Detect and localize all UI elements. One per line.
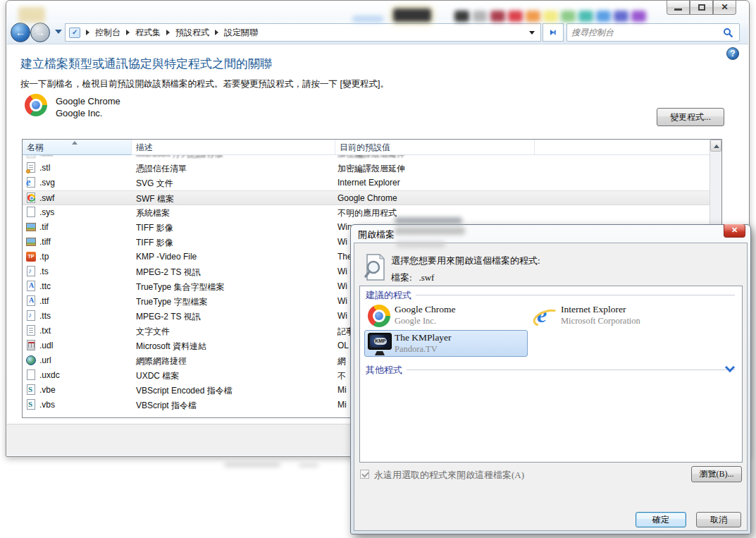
file-extension: .sys [39, 207, 54, 217]
refresh-icon [543, 24, 563, 41]
expand-other-programs-chevron-icon[interactable] [726, 364, 733, 371]
breadcrumb-item[interactable]: 程式集 [135, 27, 161, 39]
partially-scrolled-row[interactable]: .sst Microsoft 序列憑證存放 加密編譯殼層延伸 [23, 155, 709, 161]
breadcrumb-item[interactable]: 控制台 [95, 27, 120, 39]
table-row[interactable]: .sys系統檔案不明的應用程式 [23, 205, 709, 220]
forward-button[interactable]: → [30, 23, 50, 42]
back-button[interactable]: ← [11, 23, 30, 42]
chrome-file-icon [25, 192, 37, 204]
file-extension: .ttf [39, 296, 49, 306]
page-instruction: 按一下副檔名，檢視目前預設開啟該類檔案的程式。若要變更預設程式，請按一下 [變更… [20, 78, 389, 90]
file-extension: .uxdc [39, 370, 60, 380]
address-dropdown-icon[interactable] [529, 31, 535, 35]
table-row[interactable]: .stl憑證信任清單加密編譯殼層延伸 [23, 161, 709, 176]
screen: ✕ ← → 控制台程式集預設程式設定關聯 [0, 0, 756, 538]
table-row[interactable]: e.svgSVG 文件Internet Explorer [23, 176, 709, 190]
breadcrumb-separator-icon [86, 30, 89, 35]
file-extension: .udl [39, 341, 53, 350]
file-description: TIFF 影像 [136, 222, 173, 234]
column-header-name[interactable]: 名稱 [23, 140, 132, 155]
column-header-description[interactable]: 描述 [132, 140, 335, 155]
file-description: TIFF 影像 [136, 237, 173, 249]
media-file-icon: ♪ [25, 310, 37, 322]
program-item[interactable]: Google ChromeGoogle Inc. [364, 302, 528, 329]
file-default-program: 不 [337, 370, 346, 382]
scroll-up-button[interactable] [710, 140, 721, 152]
file-description: 系統檔案 [136, 207, 170, 219]
file-description: SVG 文件 [136, 178, 173, 190]
censored-blur [393, 8, 431, 22]
dialog-prompt: 選擇您想要用來開啟這個檔案的程式: [391, 255, 540, 267]
program-name: The KMPlayer [395, 332, 452, 343]
minimize-button[interactable] [667, 1, 690, 15]
censored-blur [526, 11, 540, 22]
censored-blur [395, 217, 462, 224]
maximize-button[interactable] [690, 1, 713, 15]
text-file-icon [25, 325, 37, 336]
program-vendor: Pandora.TV [395, 344, 438, 355]
censored-blur [490, 11, 505, 22]
file-description: MPEG-2 TS 視訊 [136, 311, 201, 323]
table-row[interactable]: .swfSWF 檔案Google Chrome [23, 190, 709, 205]
current-default-program-vendor: Google Inc. [56, 108, 103, 118]
censored-blur [596, 11, 611, 22]
censored-blur [508, 11, 523, 22]
breadcrumb-item[interactable]: 設定關聯 [224, 27, 258, 39]
file-description: KMP -Video File [136, 252, 197, 262]
program-item[interactable]: KMPThe KMPlayerPandora.TV [364, 330, 528, 357]
file-default-program: 網 [337, 355, 346, 367]
file-extension: .vbe [39, 385, 56, 395]
file-default-program: Internet Explorer [337, 178, 400, 188]
file-description: VBScript 指令檔 [136, 400, 197, 412]
dialog-title: 開啟檔案 [358, 228, 395, 241]
file-default-program: Google Chrome [337, 193, 397, 203]
dialog-close-button[interactable]: ✕ [724, 224, 745, 238]
file-description: MPEG-2 TS 視訊 [136, 267, 201, 279]
program-vendor: Microsoft Corporation [561, 316, 640, 326]
file-extension: .ttc [39, 281, 51, 291]
column-header-blank [535, 140, 709, 155]
change-program-button[interactable]: 變更程式... [657, 108, 724, 126]
address-bar[interactable]: 控制台程式集預設程式設定關聯 [65, 23, 541, 42]
file-description: TrueType 字型檔案 [136, 296, 208, 308]
font-file-icon: A [25, 295, 37, 307]
censored-blur [578, 11, 593, 22]
breadcrumb-separator-icon [215, 30, 218, 35]
cancel-button[interactable]: 取消 [696, 512, 741, 527]
certificate-file-icon [25, 162, 37, 173]
script-file-icon: S [25, 399, 37, 410]
search-input[interactable] [571, 25, 712, 39]
sort-ascending-icon [72, 141, 78, 145]
internet-explorer-file-icon: e [25, 177, 37, 188]
internet-shortcut-icon [25, 355, 37, 366]
image-file-icon [25, 221, 37, 233]
file-extension: .url [39, 355, 51, 365]
certificate-file-icon [25, 155, 37, 159]
recent-pages-chevron-icon[interactable] [55, 30, 62, 34]
program-list: 建議的程式 Google ChromeGoogle Inc.eInternet … [359, 286, 743, 463]
help-button[interactable]: ? [726, 47, 739, 60]
open-with-icon [363, 253, 388, 281]
ok-button[interactable]: 確定 [636, 512, 686, 527]
censored-blur [395, 227, 465, 235]
kmp-video-file-icon: TP [25, 251, 37, 262]
generic-file-icon [25, 207, 37, 218]
breadcrumb-item[interactable]: 預設程式 [175, 27, 209, 39]
dialog-body: 選擇您想要用來開啟這個檔案的程式: 檔案: .swf 建議的程式 Google … [354, 243, 748, 531]
data-link-file-icon [25, 340, 37, 351]
file-extension: .tts [39, 311, 51, 321]
column-header-current-default[interactable]: 目前的預設值 [335, 140, 534, 155]
censored-blur [224, 461, 280, 467]
search-icon[interactable] [723, 27, 733, 38]
refresh-button[interactable] [543, 23, 564, 42]
close-button[interactable]: ✕ [713, 1, 736, 15]
file-default-program: 加密編譯殼層延伸 [337, 155, 405, 160]
file-description: 憑證信任清單 [136, 163, 187, 175]
browse-button[interactable]: 瀏覽(B)... [691, 466, 742, 482]
always-use-checkbox[interactable] [360, 470, 369, 479]
program-name: Internet Explorer [561, 304, 626, 315]
image-file-icon [25, 236, 37, 247]
program-item[interactable]: eInternet ExplorerMicrosoft Corporation [531, 302, 694, 329]
file-default-program: 加密編譯殼層延伸 [337, 163, 405, 175]
file-default-program: Wi [337, 267, 347, 276]
